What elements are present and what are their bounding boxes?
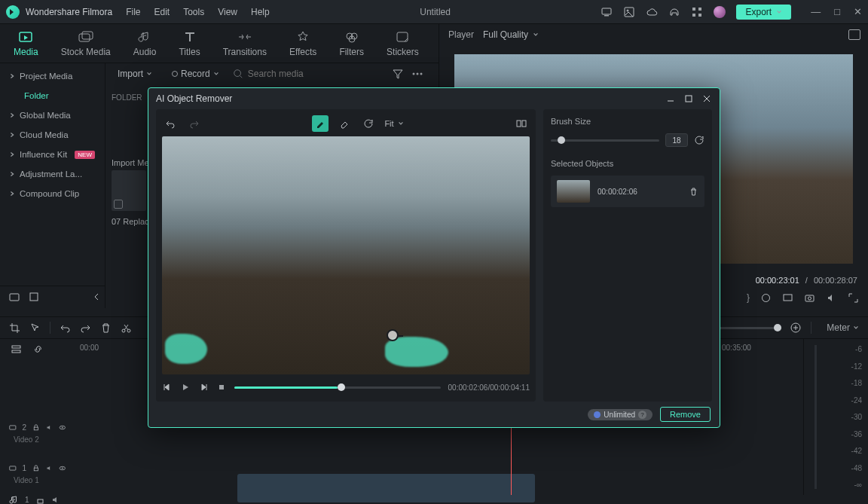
reset-mask-button[interactable] [360, 115, 377, 132]
marker-icon[interactable] [760, 292, 772, 304]
new-bin-icon[interactable] [29, 292, 39, 302]
project-sidebar: Project Media Folder Global Media Cloud … [0, 63, 105, 308]
crop-icon[interactable] [9, 322, 20, 334]
sidebar-item-compound-clip[interactable]: Compound Clip [0, 184, 105, 203]
close-button[interactable]: ✕ [854, 6, 862, 17]
remove-button[interactable]: Remove [660, 407, 711, 422]
brush-reset-icon[interactable] [694, 135, 704, 145]
mute-icon[interactable] [51, 495, 61, 505]
user-avatar[interactable] [714, 6, 726, 18]
sidebar-item-project-media[interactable]: Project Media [0, 66, 105, 86]
tab-filters[interactable]: Filters [335, 27, 368, 60]
dialog-maximize-icon[interactable] [683, 93, 694, 104]
headset-icon[interactable] [668, 6, 680, 18]
menu-view[interactable]: View [218, 7, 237, 17]
mute-icon[interactable] [46, 423, 53, 432]
eye-icon[interactable] [59, 423, 66, 432]
dialog-close-icon[interactable] [701, 93, 712, 104]
sidebar-item-global-media[interactable]: Global Media [0, 105, 105, 125]
eraser-tool-button[interactable] [336, 115, 353, 132]
lock-icon[interactable] [32, 423, 40, 432]
link-icon[interactable] [32, 344, 44, 355]
monitor-icon[interactable] [782, 292, 793, 304]
dialog-minimize-icon[interactable] [665, 93, 676, 104]
meter-bar [815, 345, 817, 489]
tab-stock-media[interactable]: Stock Media [57, 27, 115, 60]
media-thumbnail[interactable] [112, 170, 146, 211]
menu-file[interactable]: File [126, 7, 140, 17]
menu-help[interactable]: Help [251, 7, 270, 17]
eye-icon[interactable] [59, 463, 66, 473]
more-icon[interactable] [411, 68, 423, 80]
audio-meter: -6 -12 -18 -24 -30 -36 -42 -48 -∞ [803, 339, 868, 495]
tab-stickers[interactable]: Stickers [382, 27, 423, 60]
device-icon[interactable] [601, 6, 613, 18]
play-icon[interactable] [180, 382, 191, 393]
sidebar-item-influence-kit[interactable]: Influence KitNEW [0, 145, 105, 164]
dialog-preview-panel: Fit 00:00:02:06/00:00:04:11 [156, 109, 536, 402]
unlimited-pill[interactable]: Unlimited ? [588, 409, 653, 420]
svg-rect-26 [805, 295, 814, 301]
capture-icon[interactable] [804, 292, 815, 304]
image-icon[interactable] [623, 6, 635, 18]
export-button[interactable]: Export [736, 5, 791, 20]
snapshot-button[interactable] [848, 29, 860, 40]
tab-effects[interactable]: Effects [285, 27, 321, 60]
prev-frame-icon[interactable] [162, 382, 173, 393]
brush-size-value[interactable]: 18 [665, 133, 688, 147]
stop-icon[interactable] [216, 382, 227, 393]
redo-icon[interactable] [80, 322, 91, 334]
selected-object-item[interactable]: 00:00:02:06 [551, 176, 704, 207]
filter-icon[interactable] [392, 68, 404, 80]
meter-dropdown[interactable]: Meter [827, 322, 859, 333]
menu-tools[interactable]: Tools [183, 7, 204, 17]
import-heading: Import Me [112, 158, 149, 167]
dialog-undo-icon[interactable] [162, 115, 179, 132]
minimize-button[interactable]: — [811, 6, 821, 17]
fit-dropdown[interactable]: Fit [384, 119, 403, 128]
dialog-redo-icon[interactable] [186, 115, 203, 132]
sidebar-item-folder[interactable]: Folder [0, 86, 105, 105]
search-field[interactable] [233, 69, 384, 79]
mute-icon[interactable] [46, 463, 53, 473]
tab-titles[interactable]: Titles [174, 27, 204, 60]
undo-icon[interactable] [60, 322, 71, 334]
split-icon[interactable] [121, 322, 132, 334]
cloud-icon[interactable] [646, 6, 658, 18]
tab-audio[interactable]: Audio [129, 27, 161, 60]
quality-dropdown[interactable]: Full Quality [483, 29, 539, 40]
menu-edit[interactable]: Edit [154, 7, 170, 17]
pointer-icon[interactable] [29, 322, 41, 334]
sidebar-item-adjustment-layer[interactable]: Adjustment La... [0, 164, 105, 184]
lock-icon[interactable] [32, 463, 40, 473]
brush-tool-button[interactable] [312, 115, 329, 132]
search-icon [233, 69, 243, 79]
search-input[interactable] [248, 69, 384, 79]
mask-region [165, 334, 207, 364]
dialog-canvas[interactable] [162, 136, 530, 374]
tab-media[interactable]: Media [9, 27, 43, 60]
lock-icon[interactable] [35, 495, 45, 505]
track-options-icon[interactable] [11, 344, 22, 355]
record-dropdown[interactable]: Record [166, 67, 225, 81]
volume-icon[interactable] [826, 292, 837, 304]
delete-selection-icon[interactable] [689, 187, 698, 197]
tab-transitions[interactable]: Transitions [219, 27, 271, 60]
new-folder-icon[interactable] [9, 292, 20, 302]
dialog-transport: 00:00:02:06/00:00:04:11 [162, 379, 530, 396]
maximize-button[interactable]: □ [834, 6, 840, 17]
apps-icon[interactable] [691, 6, 703, 18]
compare-icon[interactable] [513, 115, 530, 132]
dialog-seek-slider[interactable] [234, 386, 441, 389]
collapse-sidebar-icon[interactable] [90, 291, 102, 303]
app-name: Wondershare Filmora [26, 7, 112, 17]
delete-icon[interactable] [100, 322, 112, 334]
sidebar-item-cloud-media[interactable]: Cloud Media [0, 125, 105, 145]
import-dropdown[interactable]: Import [112, 67, 158, 81]
next-frame-icon[interactable] [198, 382, 209, 393]
brush-size-slider[interactable] [551, 139, 659, 142]
timeline-clip[interactable] [237, 474, 535, 502]
video-track-icon [9, 423, 17, 432]
zoom-in-icon[interactable] [790, 322, 802, 334]
expand-icon[interactable] [848, 292, 859, 304]
